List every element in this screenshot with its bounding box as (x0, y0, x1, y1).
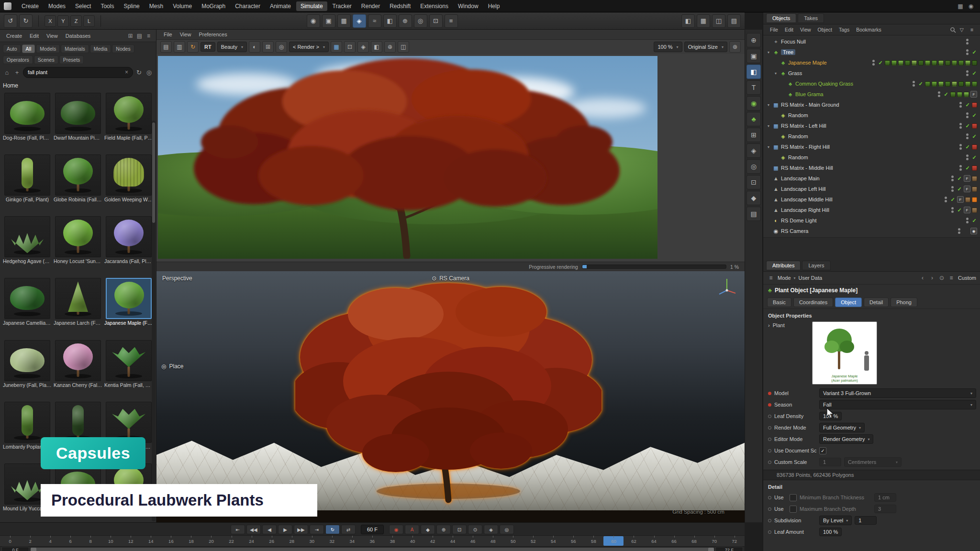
menubar-item-create[interactable]: Create (17, 1, 43, 11)
attr-unit-dropdown[interactable]: Centimeters▾ (844, 457, 902, 467)
frame-tick-4[interactable]: 4 (40, 536, 60, 546)
panel-menu-icon[interactable]: ≡ (947, 275, 955, 281)
frame-tick-60[interactable]: 60 (603, 536, 624, 546)
asset-item-juneberry-fall-plant[interactable]: Juneberry (Fall, Plant) (3, 340, 52, 399)
pass-dropdown[interactable]: Beauty ▾ (217, 42, 247, 52)
play-button[interactable]: ▶ (278, 525, 292, 534)
enabled-check-icon[interactable]: ✓ (950, 197, 956, 203)
render-settings-icon[interactable]: ⊛ (729, 41, 741, 53)
keyframe-button[interactable]: ◆ (421, 525, 435, 534)
region-icon[interactable]: ⊡ (344, 41, 356, 53)
visibility-dot-icon[interactable] (938, 95, 940, 97)
add-folder-icon[interactable]: + (13, 69, 21, 76)
redshift-tag-icon[interactable] (972, 123, 977, 129)
goto-start-button[interactable]: ⇤ (231, 525, 245, 534)
asset-item-japanese-larch-fall[interactable]: Japanese Larch (Fall,... (54, 278, 102, 337)
phong-tag-icon[interactable]: F (964, 207, 970, 213)
filter-tab-nodes[interactable]: Nodes (112, 44, 134, 53)
keyframe-circle-icon[interactable] (768, 461, 771, 464)
keyframe-circle-icon[interactable] (768, 507, 771, 511)
keyframe-dot-icon[interactable] (768, 392, 771, 395)
selected-maple-tree-graphic[interactable] (295, 281, 601, 503)
material-swatch[interactable] (932, 81, 937, 87)
enabled-check-icon[interactable]: ✓ (971, 218, 977, 224)
material-swatch[interactable] (945, 60, 950, 66)
tab-takes[interactable]: Takes (798, 13, 824, 23)
visibility-dot-icon[interactable] (966, 74, 969, 76)
expand-arrow-icon[interactable]: ▾ (766, 103, 771, 107)
material-swatch[interactable] (912, 60, 917, 66)
axis-lock-x[interactable]: X (45, 15, 56, 27)
forward-arrow-icon[interactable]: › (928, 275, 936, 281)
visibility-dot-icon[interactable] (938, 91, 940, 94)
detail-field[interactable]: 1 cm (874, 493, 896, 502)
material-swatch[interactable] (898, 60, 903, 66)
asset-item-honey-locust-sunbur[interactable]: Honey Locust 'Sunbur... (54, 216, 102, 275)
search-icon[interactable] (950, 27, 956, 33)
camera-tag-icon[interactable]: ◉ (970, 228, 977, 234)
enabled-check-icon[interactable]: ✓ (965, 123, 970, 129)
object-row-rs-camera[interactable]: ◉RS Camera◉ (763, 226, 980, 236)
boxed-dot-icon[interactable]: ⊡ (746, 175, 761, 189)
visibility-dot-icon[interactable] (945, 197, 947, 199)
visibility-dots[interactable] (951, 176, 954, 181)
detail-field[interactable]: 3 (874, 505, 896, 513)
layout-half-icon[interactable]: ◧ (681, 14, 695, 28)
frame-tick-54[interactable]: 54 (543, 536, 563, 546)
range-end-field[interactable]: 72 F (715, 547, 743, 551)
tab-coordinates[interactable]: Coordinates (793, 298, 833, 307)
visibility-dot-icon[interactable] (959, 168, 962, 171)
frame-tick-36[interactable]: 36 (362, 536, 382, 546)
clear-search-icon[interactable]: × (125, 69, 128, 76)
visibility-dot-icon[interactable] (959, 123, 962, 125)
frame-tick-30[interactable]: 30 (302, 536, 322, 546)
attr-field-custom-scale[interactable]: 1 (819, 458, 841, 466)
save-sequence-icon[interactable]: ▥ (174, 41, 185, 53)
frame-tick-72[interactable]: 72 (724, 536, 745, 546)
object-label[interactable]: RS Matrix - Left Hill (781, 123, 826, 129)
browser-menu-create[interactable]: Create (3, 32, 25, 40)
panel-menu-icon[interactable]: ≡ (767, 275, 775, 281)
menubar-item-animate[interactable]: Animate (266, 1, 295, 11)
visibility-dots[interactable] (966, 49, 969, 55)
frame-tick-22[interactable]: 22 (222, 536, 242, 546)
objects-menu-view[interactable]: View (797, 26, 814, 33)
visibility-dot-icon[interactable] (913, 84, 915, 87)
attr-dropdown-subdivision[interactable]: By Level▾ (819, 516, 852, 525)
visibility-dots[interactable] (959, 102, 962, 108)
visibility-dots[interactable] (959, 144, 962, 150)
back-arrow-icon[interactable]: ‹ (919, 275, 926, 281)
search-text[interactable]: fall plant (28, 69, 122, 75)
asset-item-dog-rose-fall-plant[interactable]: Dog-Rose (Fall, Plant) (3, 93, 52, 152)
material-swatch[interactable] (952, 60, 957, 66)
visibility-dot-icon[interactable] (959, 102, 962, 104)
visibility-dots[interactable] (966, 112, 969, 118)
snapshot-icon[interactable]: ▦ (331, 41, 342, 53)
menubar-item-select[interactable]: Select (71, 1, 95, 11)
channels-icon[interactable]: ⊕ (384, 41, 396, 53)
render-target-dropdown[interactable]: < Render > ▾ (289, 42, 329, 52)
keyframe-circle-icon[interactable] (768, 449, 771, 452)
spline-tool-icon[interactable]: ≈ (368, 14, 381, 28)
filter-tab-materials[interactable]: Materials (61, 44, 89, 53)
object-row-landscape-main[interactable]: ▲Landscape Main✓F (763, 173, 980, 184)
options-tool-icon[interactable]: ≡ (445, 14, 458, 28)
frame-tick-28[interactable]: 28 (282, 536, 302, 546)
visibility-dots[interactable] (938, 91, 940, 97)
timeline-ruler[interactable]: 0246810121416182022242628303234363840424… (0, 535, 745, 547)
filter-tab-presets[interactable]: Presets (59, 55, 84, 64)
rows-mode-icon[interactable]: ▤ (746, 207, 761, 221)
asset-item-japanese-camellia-fal[interactable]: Japanese Camellia (Fal... (3, 278, 52, 337)
expand-arrow-icon[interactable]: ▾ (766, 124, 771, 128)
menubar-item-mesh[interactable]: Mesh (145, 1, 167, 11)
attr-dropdown-editor-mode[interactable]: Render Geometry▾ (819, 434, 873, 444)
visibility-dot-icon[interactable] (959, 105, 962, 108)
mode-dropdown[interactable]: Mode (778, 275, 791, 281)
tab-attributes[interactable]: Attributes (766, 261, 801, 270)
visibility-dot-icon[interactable] (966, 133, 969, 136)
phong-tag-icon[interactable]: F (970, 91, 977, 98)
objects-menu-file[interactable]: File (767, 26, 781, 33)
object-label[interactable]: Random (788, 154, 808, 160)
render-menu-file[interactable]: File (160, 31, 176, 38)
object-row-japanese-maple[interactable]: ♣Japanese Maple✓ (763, 57, 980, 68)
